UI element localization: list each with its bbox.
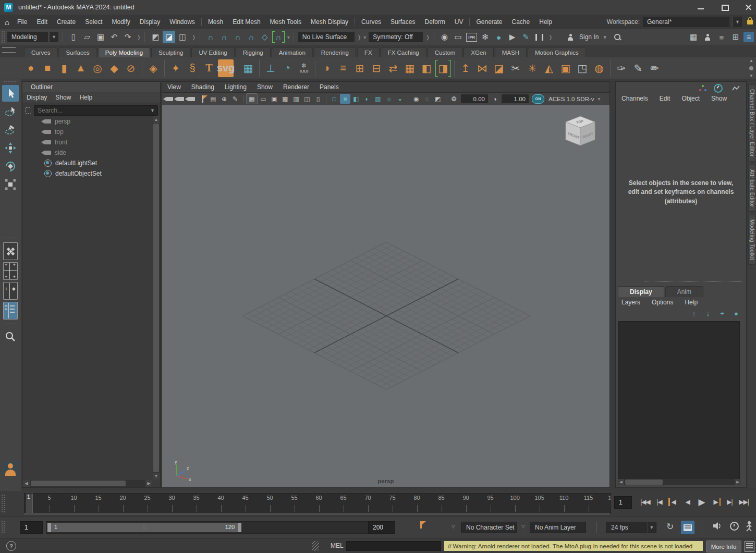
view-cube[interactable]: TOP FRONT RIGHT xyxy=(562,113,599,152)
rangeslider-grip[interactable] xyxy=(1,521,6,534)
scroll-down-icon[interactable]: ▼ xyxy=(153,473,160,480)
motion-blur-icon[interactable]: ◌ xyxy=(422,94,432,104)
range-end-handle[interactable] xyxy=(238,523,241,532)
zoom-tool[interactable] xyxy=(2,328,19,345)
color-management-toggle[interactable]: ON xyxy=(532,94,544,104)
colorspace-dropdown-arrow[interactable]: ▾ xyxy=(598,96,601,102)
wrap[interactable]: ◍ xyxy=(591,59,607,77)
curve-pen[interactable]: ✑ xyxy=(614,59,629,77)
create-at-origin[interactable]: ❄0,0,0 xyxy=(296,59,312,77)
maximize-button[interactable] xyxy=(721,4,729,11)
symmetry-field[interactable]: Symmetry: Off xyxy=(369,32,423,42)
hypergraph-icon[interactable]: ▦ xyxy=(687,31,700,43)
render-frame-icon[interactable]: ▭ xyxy=(452,31,465,43)
menu-edit[interactable]: Edit xyxy=(32,15,52,29)
outliner-item-defaultlightset[interactable]: defaultLightSet xyxy=(22,158,153,168)
outliner-menu-show[interactable]: Show xyxy=(51,92,75,103)
outliner-horizontal-scrollbar[interactable]: ◀ ▶ xyxy=(23,480,152,487)
layer-move-down-icon[interactable]: ↓ xyxy=(703,309,713,317)
animation-end-field[interactable]: 200 xyxy=(368,521,395,534)
panel-splitter[interactable] xyxy=(644,281,742,281)
live-surface-field[interactable]: No Live Surface xyxy=(298,32,355,42)
combine[interactable]: ⊞ xyxy=(352,59,368,77)
colorspace-select[interactable]: ACES 1.0 SDR-v xyxy=(546,96,596,102)
new-scene-icon[interactable]: ▯ xyxy=(67,31,80,43)
select-object-icon[interactable]: ◪ xyxy=(163,31,175,43)
shelf-tab-curves[interactable]: Curves xyxy=(24,47,57,57)
bridge[interactable]: ⋈ xyxy=(474,59,490,77)
playback-loop-icon[interactable]: ↻ xyxy=(666,521,674,532)
textured-icon[interactable]: ◧ xyxy=(351,94,361,104)
menu-select[interactable]: Select xyxy=(80,15,107,29)
xray-icon[interactable]: ▨ xyxy=(373,94,383,104)
statusbar-grip[interactable] xyxy=(312,541,319,551)
isolate-select-icon[interactable]: ◩ xyxy=(433,94,443,104)
channelbox-menu-show[interactable]: Show xyxy=(705,93,733,104)
mirror[interactable]: ◧ xyxy=(419,59,434,77)
shelf-tab-custom[interactable]: Custom xyxy=(428,47,463,57)
resolution-gate-icon[interactable]: ▣ xyxy=(269,94,279,104)
image-plane-icon[interactable]: ▤ xyxy=(208,94,218,104)
range-bar[interactable]: 1 120 xyxy=(47,523,241,532)
menu-mesh[interactable]: Mesh xyxy=(203,15,228,29)
extrude[interactable]: ↥ xyxy=(458,59,473,77)
menu-edit-mesh[interactable]: Edit Mesh xyxy=(228,15,265,29)
range-track[interactable]: 1 120 xyxy=(46,521,394,534)
modeling-toolkit[interactable]: ▦ xyxy=(240,59,256,77)
shelf-tab-uv-editing[interactable]: UV Editing xyxy=(191,47,234,57)
new-layer-icon[interactable]: + xyxy=(717,309,727,317)
ep-curve[interactable]: ✎ xyxy=(630,59,646,77)
user-avatar[interactable] xyxy=(3,461,18,476)
shelf-tab-rendering[interactable]: Rendering xyxy=(314,47,356,57)
separate[interactable]: ⊟ xyxy=(369,59,384,77)
wireframe-icon[interactable]: □ xyxy=(329,94,339,104)
exposure-icon[interactable]: ❂ xyxy=(449,94,459,104)
search-dropdown-arrow[interactable]: ▼ xyxy=(150,108,157,113)
shelf-scroll[interactable]: ▲ ▼ xyxy=(748,58,755,78)
script-editor-icon[interactable] xyxy=(745,541,754,552)
sign-in-dropdown-arrow[interactable]: ▼ xyxy=(602,34,607,40)
channelbox-menu-edit[interactable]: Edit xyxy=(654,93,676,104)
snap-options-arrow[interactable]: ▾ xyxy=(287,34,290,40)
layout-outliner-persp-button[interactable] xyxy=(3,302,18,319)
outliner-menu-display[interactable]: Display xyxy=(22,92,51,103)
camera-attributes-icon[interactable] xyxy=(186,94,197,104)
outliner-vertical-scrollbar[interactable]: ▲ ▼ xyxy=(153,116,160,480)
transfer-attributes[interactable]: ⇄ xyxy=(385,59,401,77)
new-layer-from-selected-icon[interactable]: ● xyxy=(731,309,741,317)
search-input[interactable] xyxy=(34,107,150,114)
select-camera-icon[interactable] xyxy=(164,94,175,104)
mel-command-input[interactable] xyxy=(346,541,441,551)
lattice[interactable]: ◳ xyxy=(575,59,590,77)
tab-display[interactable]: Display xyxy=(618,286,664,297)
redo-icon[interactable]: ↷ xyxy=(121,31,134,43)
collapse-arrow[interactable]: ❭ xyxy=(137,34,141,40)
playback-start-field[interactable]: 1 xyxy=(20,521,43,534)
paint-effects-icon[interactable]: ✎ xyxy=(520,31,532,43)
viewport-menu-view[interactable]: View xyxy=(162,82,186,92)
shelf-tab-animation[interactable]: Animation xyxy=(272,47,313,57)
menu-deform[interactable]: Deform xyxy=(420,15,449,29)
viewport-menu-renderer[interactable]: Renderer xyxy=(278,82,314,92)
timeline-ruler[interactable]: 1 51015202530354045505560657075808590951… xyxy=(24,493,611,514)
menu-mesh-display[interactable]: Mesh Display xyxy=(306,15,353,29)
type-text[interactable]: T xyxy=(201,59,217,77)
smooth-shade-icon[interactable]: ■ xyxy=(340,94,350,104)
gate-mask-icon[interactable]: ▩ xyxy=(280,94,290,104)
search-history-icon[interactable] xyxy=(611,31,624,43)
shelf-tab-sculpting[interactable]: Sculpting xyxy=(151,47,190,57)
pencil-curve[interactable]: ✏ xyxy=(647,59,663,77)
poly-sphere[interactable]: ● xyxy=(23,59,39,77)
circularize[interactable]: ✳ xyxy=(525,59,540,77)
outliner-item-side[interactable]: side xyxy=(22,148,153,158)
shelf-tab-rigging[interactable]: Rigging xyxy=(236,47,271,57)
make-live-icon[interactable]: ◇ xyxy=(259,31,271,43)
anim-layer-select[interactable]: No Anim Layer xyxy=(530,522,586,533)
toggle-interactive-creation[interactable]: ◔ xyxy=(279,59,295,77)
open-scene-icon[interactable]: ▱ xyxy=(81,31,93,43)
contrast-field[interactable]: 1.00 xyxy=(502,94,529,103)
step-back-frame-button[interactable]: |◀ xyxy=(652,495,666,509)
render-settings-icon[interactable]: ✻ xyxy=(479,31,492,43)
menu-set-dropdown-arrow[interactable]: ▼ xyxy=(49,32,58,42)
boolean[interactable]: ◑ xyxy=(319,59,334,77)
